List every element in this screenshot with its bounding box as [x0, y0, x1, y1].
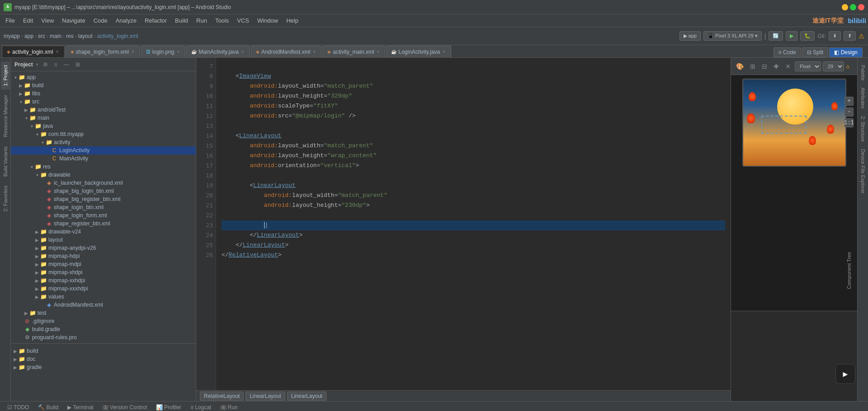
layout-tag-relativelayout[interactable]: RelativeLayout [200, 392, 244, 401]
terminal-tab[interactable]: ▶ Terminal [64, 403, 97, 411]
tree-item-app[interactable]: ▾ 📁 app [11, 73, 196, 81]
device-file-explorer-tab[interactable]: Device File Explorer [859, 145, 868, 197]
project-tab[interactable]: 1: Project [1, 61, 10, 89]
tree-item-androidmanifest[interactable]: ◈ AndroidManifest.xml [11, 301, 196, 309]
device-btn[interactable]: 📱 Pixel 3 XL API 29 ▾ [703, 31, 762, 41]
tree-item-activity[interactable]: ▾ 📁 activity [11, 138, 196, 146]
tree-item-drawable[interactable]: ▾ 📁 drawable [11, 171, 196, 179]
palette-strip-tab[interactable]: Palette [859, 61, 868, 84]
tree-item-doc[interactable]: ▶ 📁 doc [11, 355, 196, 363]
code-mode-btn[interactable]: ≡ Code [774, 47, 801, 57]
logcat-tab[interactable]: ≡ Logcat [187, 403, 215, 411]
tree-item-mipmap-xxhdpi[interactable]: ▶ 📁 mipmap-xxhdpi [11, 276, 196, 285]
git-push-btn[interactable]: ⬆ [844, 31, 856, 41]
tree-item-shape-login-btn[interactable]: ◈ shape_login_btn.xml [11, 203, 196, 211]
attributes-strip-tab[interactable]: Attributes [859, 84, 868, 112]
tree-item-shape-login-form[interactable]: ◈ shape_login_form.xml [11, 211, 196, 220]
breadcrumb-layout[interactable]: layout [78, 33, 93, 39]
tree-item-mipmap-hdpi[interactable]: ▶ 📁 mipmap-hdpi [11, 252, 196, 260]
favorites-tab[interactable]: 2: Favorites [1, 182, 10, 215]
tree-item-mainactivity[interactable]: C MainActivity [11, 154, 196, 163]
tab-shape-login-form[interactable]: ◈ shape_login_form.xml × [66, 46, 140, 57]
grid-btn[interactable]: ⊟ [760, 61, 769, 71]
tab-close-manifest[interactable]: × [312, 49, 316, 55]
menu-help[interactable]: Help [283, 16, 302, 25]
git-update-btn[interactable]: ⬇ [829, 31, 841, 41]
tab-close-activity-main[interactable]: × [376, 49, 381, 55]
tree-item-libs[interactable]: ▶ 📁 libs [11, 89, 196, 98]
menu-edit[interactable]: Edit [19, 16, 37, 25]
tab-login-png[interactable]: 🖼 login.png × [141, 46, 186, 57]
minimize-button[interactable] [842, 4, 848, 10]
menu-refactor[interactable]: Refactor [141, 16, 170, 25]
tree-item-test[interactable]: ▶ 📁 test [11, 309, 196, 317]
sync-btn[interactable]: 🔄 [769, 31, 783, 41]
zoom-in-btn[interactable]: ✚ [771, 61, 781, 71]
tree-item-build-gradle[interactable]: ◆ build.gradle [11, 325, 196, 333]
tree-item-ic-launcher[interactable]: ◈ ic_launcher_background.xml [11, 179, 196, 187]
tree-item-mipmap-xhdpi[interactable]: ▶ 📁 mipmap-xhdpi [11, 268, 196, 276]
tree-item-proguard[interactable]: ⚙ proguard-rules.pro [11, 333, 196, 341]
menu-navigate[interactable]: Navigate [58, 16, 89, 25]
tree-item-layout[interactable]: ▶ 📁 layout [11, 236, 196, 244]
tab-close-main-activity[interactable]: × [241, 49, 245, 55]
menu-file[interactable]: File [2, 16, 19, 25]
tree-item-src[interactable]: ▾ 📁 src [11, 98, 196, 106]
tab-close-login-png[interactable]: × [176, 49, 181, 55]
tree-item-drawable-v24[interactable]: ▶ 📁 drawable-v24 [11, 228, 196, 236]
layout-tag-linearlayout2[interactable]: LinearLayout [287, 392, 326, 401]
run-tab[interactable]: 4 Run [217, 403, 241, 411]
panel-gear-btn[interactable]: ≡ [52, 61, 59, 69]
code-line-23[interactable]: | [222, 220, 725, 230]
layout-tag-linearlayout1[interactable]: LinearLayout [245, 392, 285, 401]
panel-expand-btn[interactable]: ⊞ [74, 61, 82, 69]
build-tab[interactable]: 🔨 Build [34, 403, 62, 411]
zoom-plus-btn[interactable]: + [844, 97, 854, 106]
code-editor[interactable]: 7 8 9 10 11 12 13 14 15 16 17 18 19 20 2… [196, 58, 731, 390]
version-control-tab[interactable]: 3 Version Control [99, 403, 151, 411]
maximize-button[interactable] [850, 4, 856, 10]
code-content[interactable]: <ImageView android:layout_width="match_p… [216, 58, 731, 390]
zoom-minus-btn[interactable]: − [844, 107, 854, 117]
menu-run[interactable]: Run [193, 16, 211, 25]
menu-code[interactable]: Code [90, 16, 111, 25]
breadcrumb-file[interactable]: activity_login.xml [97, 33, 138, 39]
tab-android-manifest[interactable]: ◈ AndroidManifest.xml × [251, 46, 322, 57]
tree-item-values[interactable]: ▶ 📁 values [11, 293, 196, 301]
design-mode-btn[interactable]: ◧ Design [829, 47, 863, 57]
tree-item-mipmap-anydpi[interactable]: ▶ 📁 mipmap-anydpi-v26 [11, 244, 196, 252]
component-tree-label[interactable]: Component Tree [844, 248, 854, 293]
tree-item-gradle[interactable]: ▶ 📁 gradle [11, 363, 196, 371]
profiler-tab[interactable]: 📊 Profiler [152, 403, 185, 411]
tree-item-shape-big-register-btn[interactable]: ◈ shape_big_register_btn.xml [11, 195, 196, 203]
menu-view[interactable]: View [38, 16, 57, 25]
device-select[interactable]: Pixel [795, 61, 821, 71]
menu-analyze[interactable]: Analyze [112, 16, 140, 25]
tab-activity-login-xml[interactable]: ◈ activity_login.xml × [2, 46, 65, 57]
structure-strip-tab[interactable]: 2: Structure [859, 112, 868, 145]
run-config-btn[interactable]: ▶ app [679, 31, 701, 41]
palette-btn[interactable]: 🎨 [734, 61, 746, 71]
menu-tools[interactable]: Tools [212, 16, 232, 25]
breadcrumb-src[interactable]: src [38, 33, 45, 39]
tree-item-loginactivity[interactable]: C LoginActivity [11, 146, 196, 154]
tree-item-androidtest[interactable]: ▶ 📁 androidTest [11, 106, 196, 114]
tree-item-main[interactable]: ▾ 📁 main [11, 114, 196, 122]
zoom-reset-btn[interactable]: 1:1 [844, 118, 854, 127]
debug-btn[interactable]: 🐛 [800, 31, 815, 41]
resource-manager-tab[interactable]: Resource Manager [1, 91, 10, 141]
build-variants-tab[interactable]: Build Variants [1, 143, 10, 180]
tab-close-shape-login[interactable]: × [131, 49, 135, 55]
tab-close-login-activity[interactable]: × [442, 49, 446, 55]
tree-item-build[interactable]: ▶ 📁 build [11, 81, 196, 89]
tree-item-build-root[interactable]: ▶ 📁 build [11, 347, 196, 355]
tree-item-shape-big-login-btn[interactable]: ◈ shape_big_login_btn.xml [11, 187, 196, 195]
tree-item-mipmap-xxxhdpi[interactable]: ▶ 📁 mipmap-xxxhdpi [11, 285, 196, 293]
video-button[interactable]: ▶ [835, 364, 855, 384]
tree-item-res[interactable]: ▾ 📁 res [11, 163, 196, 171]
zoom-out-btn[interactable]: ✕ [783, 61, 793, 71]
panel-collapse-btn[interactable]: — [62, 61, 71, 69]
tab-main-activity[interactable]: ☕ MainActivity.java × [186, 46, 250, 57]
menu-vcs[interactable]: VCS [233, 16, 253, 25]
breadcrumb-app[interactable]: app [24, 33, 33, 39]
